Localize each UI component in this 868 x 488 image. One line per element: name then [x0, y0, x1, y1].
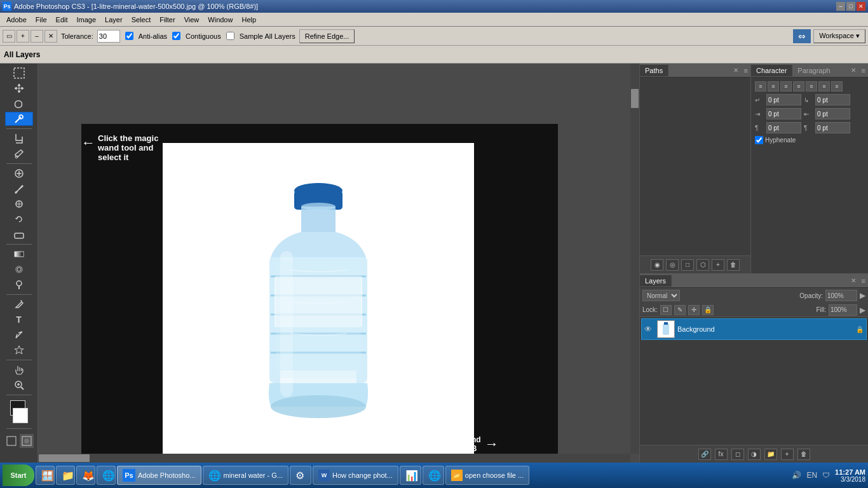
taskbar-word[interactable]: W How change phot... — [313, 466, 398, 485]
tool-move[interactable] — [5, 81, 33, 95]
align-justify2-btn[interactable]: ≡ — [806, 81, 817, 92]
tolerance-input[interactable] — [97, 30, 120, 43]
canvas-image-area[interactable] — [163, 143, 474, 454]
blend-mode-select[interactable]: Normal — [642, 290, 680, 301]
lock-position-btn[interactable]: ✛ — [688, 305, 700, 315]
menu-help[interactable]: Help — [238, 15, 260, 25]
align-justify3-btn[interactable]: ≡ — [818, 81, 830, 92]
tool-eraser[interactable] — [5, 227, 33, 241]
opacity-input[interactable] — [825, 290, 857, 301]
menu-image[interactable]: Image — [73, 15, 100, 25]
align-right-btn[interactable]: ≡ — [780, 81, 792, 92]
char-tab[interactable]: Character — [751, 65, 792, 76]
menu-window[interactable]: Window — [204, 15, 236, 25]
menu-select[interactable]: Select — [128, 15, 155, 25]
paths-close[interactable]: ✕ — [730, 65, 742, 75]
tool-marquee[interactable] — [5, 66, 33, 80]
maximize-button[interactable]: □ — [846, 2, 855, 11]
lock-all-btn[interactable]: 🔒 — [702, 305, 714, 315]
anti-alias-checkbox[interactable] — [125, 32, 133, 40]
taskbar-firefox-btn[interactable]: 🦊 — [76, 466, 95, 485]
vertical-scrollbar[interactable] — [630, 64, 639, 454]
horizontal-scrollbar[interactable] — [38, 454, 630, 463]
tool-mode-sub[interactable]: – — [31, 30, 43, 43]
taskbar-network[interactable]: 🌐 — [423, 466, 444, 485]
layer-mask-btn[interactable]: ◻ — [731, 449, 744, 460]
path-fill-btn[interactable]: ◉ — [651, 259, 663, 271]
tool-eyedropper[interactable] — [5, 147, 33, 161]
layers-tab[interactable]: Layers — [640, 275, 672, 287]
path-mask-btn[interactable]: □ — [681, 259, 694, 271]
start-button[interactable]: Start — [3, 464, 34, 486]
layer-adj-btn[interactable]: ◑ — [748, 449, 761, 460]
fill-input[interactable] — [829, 304, 857, 316]
workspace-icon[interactable]: ⇔ — [793, 29, 811, 43]
tool-mode-add[interactable]: + — [17, 30, 29, 43]
tool-gradient[interactable] — [5, 247, 33, 261]
layer-background[interactable]: 👁 Background 🔒 — [641, 318, 867, 340]
layers-close[interactable]: ✕ — [848, 276, 859, 285]
taskbar-photoshop[interactable]: Ps Adobe Photosho... — [117, 466, 201, 485]
taskbar-excel[interactable]: 📊 — [400, 466, 421, 485]
menu-layer[interactable]: Layer — [101, 15, 126, 25]
layer-visibility-icon[interactable]: 👁 — [644, 325, 654, 334]
tool-brush[interactable] — [5, 182, 33, 196]
tool-healing[interactable] — [5, 166, 33, 180]
taskbar-ie-btn[interactable]: 📁 — [56, 466, 75, 485]
align-justify-btn[interactable]: ≡ — [793, 81, 804, 92]
char-input-5[interactable] — [766, 122, 801, 133]
align-center-btn[interactable]: ≡ — [768, 81, 779, 92]
horizontal-scroll-thumb[interactable] — [39, 454, 90, 462]
tray-network-icon[interactable]: 🔊 — [792, 471, 801, 480]
taskbar-mineral-water[interactable]: 🌐 mineral water - G... — [203, 466, 289, 485]
layer-group-btn[interactable]: 📁 — [764, 449, 777, 460]
char-input-1[interactable] — [766, 94, 801, 105]
menu-file[interactable]: File — [32, 15, 51, 25]
char-input-4[interactable] — [815, 108, 850, 119]
paths-tab[interactable]: Paths — [640, 65, 668, 76]
tool-history-brush[interactable] — [5, 212, 33, 226]
char-menu-icon[interactable]: ≡ — [859, 65, 868, 76]
vertical-scroll-thumb[interactable] — [631, 89, 639, 108]
tool-magic-wand[interactable] — [5, 112, 33, 126]
tool-clone[interactable] — [5, 197, 33, 211]
layers-menu-icon[interactable]: ≡ — [859, 276, 868, 286]
color-swatches[interactable] — [8, 400, 31, 423]
fill-arrow[interactable]: ▶ — [860, 306, 865, 315]
menu-view[interactable]: View — [180, 15, 203, 25]
layer-fx-btn[interactable]: fx — [715, 449, 728, 460]
lock-transparency-btn[interactable]: ☐ — [660, 305, 672, 315]
tool-lasso[interactable] — [5, 97, 33, 111]
tool-quick-mask[interactable] — [20, 434, 34, 448]
menu-filter[interactable]: Filter — [156, 15, 179, 25]
char-input-6[interactable] — [815, 122, 850, 133]
layer-link-btn[interactable]: 🔗 — [698, 449, 711, 460]
path-del-btn[interactable]: 🗑 — [727, 259, 740, 271]
align-left-btn[interactable]: ≡ — [755, 81, 766, 92]
tray-language-icon[interactable]: EN — [806, 471, 817, 480]
taskbar-show-desktop[interactable]: 🪟 — [36, 466, 55, 485]
layer-new-btn[interactable]: + — [781, 449, 794, 460]
tool-zoom[interactable] — [5, 378, 33, 392]
tool-path-selection[interactable] — [5, 328, 33, 342]
tool-dodge[interactable] — [5, 278, 33, 292]
tray-security-icon[interactable]: 🛡 — [822, 471, 830, 480]
char-input-3[interactable] — [766, 108, 801, 119]
sample-all-checkbox[interactable] — [226, 32, 234, 40]
layer-del-btn[interactable]: 🗑 — [797, 449, 810, 460]
tool-blur[interactable] — [5, 262, 33, 276]
taskbar-choose-file[interactable]: 📂 open choose file ... — [445, 466, 529, 485]
taskbar-clock[interactable]: 11:27 AM 3/3/2018 — [835, 468, 865, 483]
hyphenate-checkbox[interactable] — [755, 136, 763, 144]
tool-text[interactable]: T — [5, 313, 33, 327]
opacity-arrow[interactable]: ▶ — [860, 291, 865, 300]
tool-hand[interactable] — [5, 363, 33, 377]
menu-edit[interactable]: Edit — [52, 15, 72, 25]
tool-pen[interactable] — [5, 297, 33, 311]
tool-custom-shape[interactable] — [5, 343, 33, 357]
paths-menu-icon[interactable]: ≡ — [742, 65, 750, 76]
tool-mode-inter[interactable]: ✕ — [44, 30, 57, 43]
tool-crop[interactable] — [5, 132, 33, 146]
contiguous-checkbox[interactable] — [172, 32, 180, 40]
tool-mode-rect[interactable]: ▭ — [3, 30, 15, 43]
